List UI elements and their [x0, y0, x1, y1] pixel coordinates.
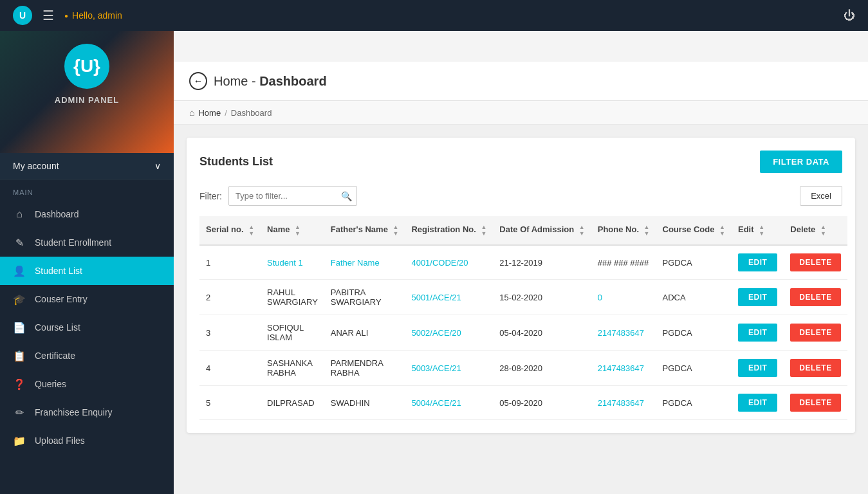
page-title-separator: -	[252, 74, 259, 88]
sort-icon-date: ▲▼	[579, 224, 585, 237]
cell-delete: DELETE	[784, 351, 847, 386]
table-row: 2 RAHUL SWARGIARY PABITRA SWARGIARY 5001…	[199, 280, 847, 315]
breadcrumb-home-link[interactable]: Home	[198, 108, 221, 118]
cell-edit: EDIT	[732, 280, 784, 315]
col-serial-no: Serial no. ▲▼	[199, 216, 261, 245]
hello-greeting: Hello, admin	[64, 10, 122, 21]
sort-icon-serial: ▲▼	[248, 224, 254, 237]
filter-input[interactable]	[228, 186, 357, 206]
cell-edit: EDIT	[732, 315, 784, 351]
topbar-left: U ☰ Hello, admin	[13, 6, 122, 25]
sidebar-item-label: Certificate	[35, 351, 75, 361]
cell-edit: EDIT	[732, 245, 784, 280]
cell-edit: EDIT	[732, 386, 784, 420]
cell-phone-no: ### ### ####	[591, 245, 656, 280]
breadcrumb-separator: /	[225, 108, 227, 118]
cell-registration-no: 5002/ACE/20	[405, 315, 493, 351]
search-icon: 🔍	[341, 191, 352, 201]
table-row: 4 SASHANKA RABHA PARMENDRA RABHA 5003/AC…	[199, 351, 847, 386]
cell-serial-no: 5	[199, 386, 261, 420]
sidebar-item-dashboard[interactable]: ⌂ Dashboard	[0, 200, 174, 228]
cell-date-of-admission: 05-09-2020	[493, 386, 591, 420]
admin-label: ADMIN PANEL	[55, 95, 119, 105]
certificate-icon: 📋	[13, 349, 26, 362]
page-title-suffix: Dashboard	[259, 74, 326, 88]
my-account-menu[interactable]: My account ∨	[0, 153, 174, 179]
page-title-prefix: Home	[214, 74, 248, 88]
cell-registration-no: 5003/ACE/21	[405, 351, 493, 386]
sidebar: {U} ADMIN PANEL My account ∨ MAIN ⌂ Dash…	[0, 31, 174, 494]
students-list-card: Students List FILTER DATA Filter: 🔍 Exce…	[187, 138, 855, 433]
cell-serial-no: 1	[199, 245, 261, 280]
delete-button[interactable]: DELETE	[790, 253, 840, 271]
cell-date-of-admission: 21-12-2019	[493, 245, 591, 280]
power-button[interactable]: ⏻	[844, 9, 855, 23]
sidebar-item-label: Couser Entry	[35, 294, 88, 304]
cell-course-code: PGDCA	[656, 351, 732, 386]
sort-icon-name: ▲▼	[295, 224, 300, 237]
sidebar-item-franchisee-enquiry[interactable]: ✏ Franchisee Enquiry	[0, 398, 174, 426]
table-row: 5 DILPRASAD SWADHIN 5004/ACE/21 05-09-20…	[199, 386, 847, 420]
sidebar-item-course-list[interactable]: 📄 Course List	[0, 313, 174, 342]
back-button[interactable]: ←	[189, 72, 207, 90]
cell-course-code: PGDCA	[656, 315, 732, 351]
col-registration-no: Registration No. ▲▼	[405, 216, 493, 245]
filter-input-wrap: 🔍	[228, 186, 357, 206]
sidebar-item-student-enrollment[interactable]: ✎ Student Enrollment	[0, 228, 174, 257]
filter-data-button[interactable]: FILTER DATA	[760, 151, 842, 173]
cell-course-code: PGDCA	[656, 386, 732, 420]
edit-button[interactable]: EDIT	[738, 394, 777, 412]
cell-name: RAHUL SWARGIARY	[261, 280, 324, 315]
cell-registration-no: 5004/ACE/21	[405, 386, 493, 420]
sort-icon-edit: ▲▼	[759, 224, 764, 237]
user-icon: 👤	[13, 264, 26, 277]
edit-icon: ✎	[13, 236, 26, 249]
sidebar-item-certificate[interactable]: 📋 Certificate	[0, 342, 174, 370]
cell-phone-no: 2147483647	[591, 315, 656, 351]
delete-button[interactable]: DELETE	[790, 288, 840, 306]
card-header: Students List FILTER DATA	[199, 151, 842, 173]
cell-delete: DELETE	[784, 386, 847, 420]
sidebar-item-label: Dashboard	[35, 209, 79, 219]
excel-button[interactable]: Excel	[800, 186, 842, 206]
edit-button[interactable]: EDIT	[738, 253, 777, 271]
edit-button[interactable]: EDIT	[738, 359, 777, 377]
cell-serial-no: 4	[199, 351, 261, 386]
delete-button[interactable]: DELETE	[790, 394, 840, 412]
my-account-label: My account	[13, 161, 59, 171]
delete-button[interactable]: DELETE	[790, 324, 840, 342]
chevron-down-icon: ∨	[154, 161, 161, 171]
col-fathers-name: Father's Name ▲▼	[324, 216, 405, 245]
cell-phone-no: 0	[591, 280, 656, 315]
cell-registration-no: 5001/ACE/21	[405, 280, 493, 315]
sidebar-item-label: Queries	[35, 379, 66, 389]
content-area: Students List FILTER DATA Filter: 🔍 Exce…	[174, 125, 868, 494]
sidebar-item-couser-entry[interactable]: 🎓 Couser Entry	[0, 285, 174, 313]
breadcrumb: ⌂ Home / Dashboard	[174, 101, 868, 125]
folder-icon: 📁	[13, 434, 26, 447]
cell-course-code: PGDCA	[656, 245, 732, 280]
col-course-code: Course Code ▲▼	[656, 216, 732, 245]
col-name: Name ▲▼	[261, 216, 324, 245]
sidebar-item-label: Student Enrollment	[35, 237, 111, 248]
topbar: U ☰ Hello, admin ⏻	[0, 0, 868, 31]
edit-button[interactable]: EDIT	[738, 288, 777, 306]
document-icon: 📄	[13, 321, 26, 334]
col-delete: Delete ▲▼	[784, 216, 847, 245]
sidebar-item-queries[interactable]: ❓ Queries	[0, 370, 174, 398]
cell-name: SOFIQUL ISLAM	[261, 315, 324, 351]
edit-button[interactable]: EDIT	[738, 324, 777, 342]
cell-date-of-admission: 15-02-2020	[493, 280, 591, 315]
hamburger-menu[interactable]: ☰	[42, 8, 54, 23]
cell-fathers-name: SWADHIN	[324, 386, 405, 420]
table-header: Serial no. ▲▼ Name ▲▼ Father's Name ▲▼	[199, 216, 847, 245]
graduation-icon: 🎓	[13, 293, 26, 306]
sidebar-item-student-list[interactable]: 👤 Student List	[0, 257, 174, 285]
sidebar-item-upload-files[interactable]: 📁 Upload Files	[0, 426, 174, 455]
delete-button[interactable]: DELETE	[790, 359, 840, 377]
sidebar-item-label: Course List	[35, 322, 80, 333]
cell-name: SASHANKA RABHA	[261, 351, 324, 386]
page-header: ← Home - Dashboard	[174, 62, 868, 101]
sidebar-item-label: Upload Files	[35, 435, 85, 446]
cell-name: DILPRASAD	[261, 386, 324, 420]
